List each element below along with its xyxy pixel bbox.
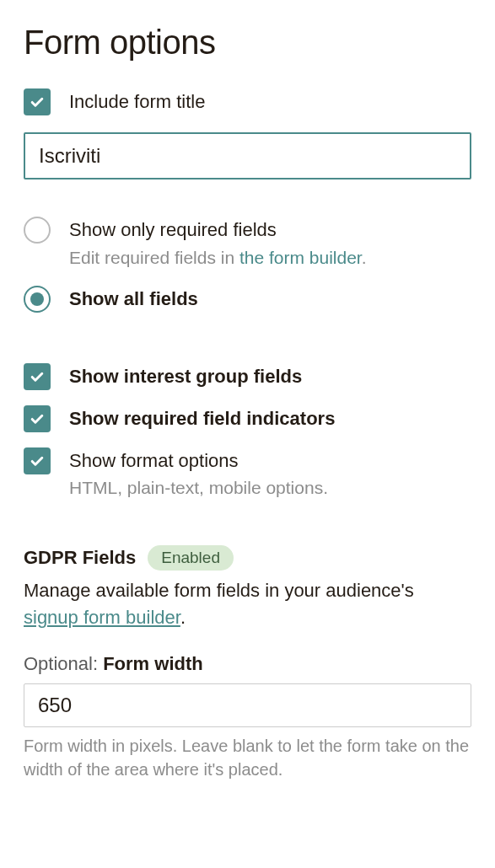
interest-groups-checkbox[interactable] [24,363,51,390]
hint-prefix: Edit required fields in [69,248,239,267]
signup-form-builder-link[interactable]: signup form builder [24,607,180,628]
format-options-checkbox[interactable] [24,447,51,474]
form-title-input[interactable] [24,132,471,179]
format-options-row: Show format options HTML, plain-text, mo… [24,447,471,500]
check-icon [29,368,46,385]
show-all-fields-row: Show all fields [24,286,471,313]
form-builder-link[interactable]: the form builder [239,248,362,267]
check-icon [29,94,46,110]
check-icon [29,453,46,469]
show-only-required-row: Show only required fields Edit required … [24,217,471,269]
interest-groups-label: Show interest group fields [69,365,302,389]
gdpr-title: GDPR Fields [24,547,136,569]
format-options-label: Show format options [69,449,328,474]
show-all-fields-label: Show all fields [69,287,198,312]
check-icon [29,410,46,427]
form-width-input[interactable] [24,683,471,727]
page-title: Form options [24,24,471,62]
form-width-help: Form width in pixels. Leave blank to let… [24,734,471,781]
include-form-title-checkbox[interactable] [24,88,51,115]
gdpr-description: Manage available form fields in your aud… [24,577,471,631]
required-indicators-label: Show required field indicators [69,407,335,431]
include-form-title-row: Include form title [24,88,471,115]
show-only-required-label: Show only required fields [69,218,367,243]
gdpr-row: GDPR Fields Enabled [24,545,471,571]
interest-groups-row: Show interest group fields [24,363,471,390]
gdpr-desc-prefix: Manage available form fields in your aud… [24,580,414,601]
form-width-prefix: Optional: [24,653,103,674]
gdpr-desc-suffix: . [180,607,186,628]
include-form-title-label: Include form title [69,90,205,115]
form-width-label: Form width [103,653,203,674]
required-indicators-checkbox[interactable] [24,405,51,432]
show-only-required-radio[interactable] [24,217,51,244]
hint-suffix: . [362,248,367,267]
form-width-label-row: Optional: Form width [24,653,471,675]
show-only-required-hint: Edit required fields in the form builder… [69,246,367,269]
show-all-fields-radio[interactable] [24,286,51,313]
required-indicators-row: Show required field indicators [24,405,471,432]
gdpr-enabled-badge: Enabled [148,545,234,571]
format-options-hint: HTML, plain-text, mobile options. [69,476,328,499]
